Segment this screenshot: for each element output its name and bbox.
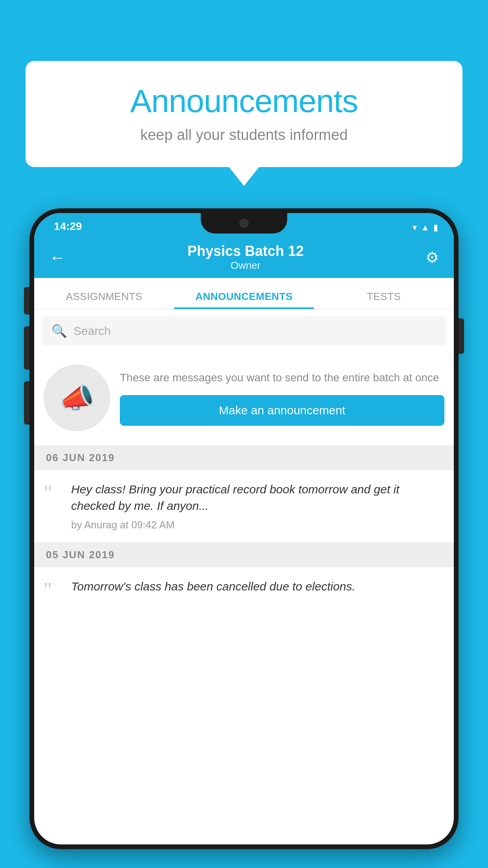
speech-bubble-subtitle: keep all your students informed [49, 127, 439, 143]
search-icon: 🔍 [51, 324, 67, 338]
phone-notch [201, 213, 287, 234]
make-announcement-button[interactable]: Make an announcement [120, 395, 444, 426]
quote-icon-2: " [44, 580, 63, 600]
phone-container: 14:29 ▾ ▲ ▮ ← Physics Batch 12 Owner ⚙ [29, 208, 459, 868]
promo-description: These are messages you want to send to t… [120, 370, 444, 385]
settings-button[interactable]: ⚙ [422, 245, 443, 270]
date-separator-1: 06 JUN 2019 [34, 445, 454, 470]
app-bar-title: Physics Batch 12 [70, 243, 422, 259]
status-icons: ▾ ▲ ▮ [413, 223, 438, 233]
back-button[interactable]: ← [45, 244, 70, 271]
announcement-text-2: Tomorrow's class has been cancelled due … [71, 578, 444, 595]
status-time: 14:29 [54, 220, 82, 233]
phone-screen: 14:29 ▾ ▲ ▮ ← Physics Batch 12 Owner ⚙ [34, 213, 454, 844]
announcement-meta-1: by Anurag at 09:42 AM [71, 519, 444, 531]
announcement-content-2: Tomorrow's class has been cancelled due … [71, 578, 444, 600]
speech-bubble-container: Announcements keep all your students inf… [26, 61, 462, 167]
phone-side-button-left-1 [24, 287, 29, 314]
battery-icon: ▮ [433, 223, 438, 233]
speech-bubble-title: Announcements [49, 83, 439, 120]
search-bar[interactable]: 🔍 Search [42, 316, 446, 346]
tab-announcements[interactable]: ANNOUNCEMENTS [174, 291, 314, 309]
signal-icon: ▲ [421, 223, 429, 233]
date-separator-2: 05 JUN 2019 [34, 542, 454, 567]
search-placeholder: Search [73, 324, 111, 338]
phone-side-button-left-2 [24, 326, 29, 370]
quote-icon-1: " [44, 483, 63, 503]
phone-side-button-left-3 [24, 381, 29, 425]
tab-assignments[interactable]: ASSIGNMENTS [34, 291, 174, 309]
tab-bar: ASSIGNMENTS ANNOUNCEMENTS TESTS [34, 278, 454, 309]
promo-content: These are messages you want to send to t… [120, 370, 444, 425]
megaphone-icon: 📣 [59, 381, 95, 415]
search-container: 🔍 Search [34, 309, 454, 353]
phone-camera [239, 219, 249, 228]
phone-side-button-right [459, 318, 464, 354]
announcement-item-2[interactable]: " Tomorrow's class has been cancelled du… [34, 567, 454, 611]
promo-section: 📣 These are messages you want to send to… [34, 353, 454, 445]
tab-tests[interactable]: TESTS [314, 291, 454, 309]
wifi-icon: ▾ [413, 223, 417, 233]
phone-outer: 14:29 ▾ ▲ ▮ ← Physics Batch 12 Owner ⚙ [29, 208, 459, 849]
announcement-content-1: Hey class! Bring your practical record b… [71, 481, 444, 531]
app-bar: ← Physics Batch 12 Owner ⚙ [34, 237, 454, 278]
announcement-item-1[interactable]: " Hey class! Bring your practical record… [34, 470, 454, 542]
app-bar-subtitle: Owner [70, 259, 422, 272]
promo-icon-circle: 📣 [44, 364, 110, 431]
speech-bubble: Announcements keep all your students inf… [26, 61, 462, 167]
announcement-text-1: Hey class! Bring your practical record b… [71, 481, 444, 514]
app-bar-title-section: Physics Batch 12 Owner [70, 243, 422, 272]
